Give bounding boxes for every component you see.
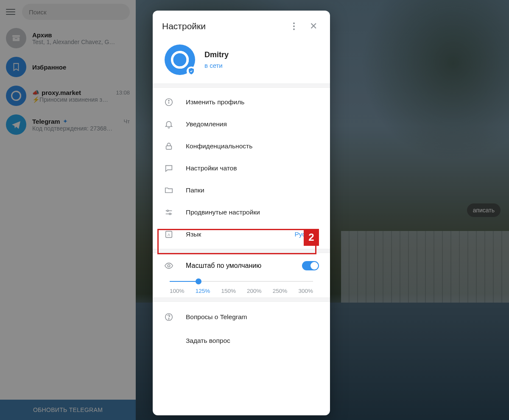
scale-ticks: 100% 125% 150% 200% 250% 300% xyxy=(170,288,313,294)
profile-status: в сети xyxy=(204,62,229,69)
svg-point-17 xyxy=(168,319,169,320)
menu-notifications[interactable]: Уведомления xyxy=(153,113,330,135)
blank-icon xyxy=(164,336,174,346)
menu-label: Уведомления xyxy=(186,120,319,128)
menu-folders[interactable]: Папки xyxy=(153,179,330,201)
menu-label: Папки xyxy=(186,186,319,194)
menu-label: Конфиденциальность xyxy=(186,142,319,150)
shield-check-icon xyxy=(187,67,196,76)
menu-label: Задать вопрос xyxy=(186,337,319,345)
close-icon: ✕ xyxy=(310,22,317,31)
menu-label: Язык xyxy=(186,231,282,238)
dots-vertical-icon xyxy=(293,22,295,30)
close-button[interactable]: ✕ xyxy=(306,19,321,33)
profile-avatar xyxy=(165,45,195,75)
modal-title: Настройки xyxy=(162,21,282,31)
svg-text:A: A xyxy=(168,233,171,237)
svg-rect-8 xyxy=(166,146,172,149)
menu-advanced[interactable]: Продвинутые настройки xyxy=(153,201,330,223)
menu-label: Изменить профиль xyxy=(186,98,319,106)
svg-point-10 xyxy=(167,210,168,212)
scale-slider[interactable]: 100% 125% 150% 200% 250% 300% xyxy=(153,275,330,298)
help-icon xyxy=(164,312,174,322)
menu-privacy[interactable]: Конфиденциальность xyxy=(153,135,330,157)
folder-icon xyxy=(164,185,174,195)
svg-point-15 xyxy=(168,264,170,267)
menu-label: Вопросы о Telegram xyxy=(186,313,319,321)
menu-chat-settings[interactable]: Настройки чатов xyxy=(153,157,330,179)
more-options-button[interactable] xyxy=(287,19,301,33)
scale-label: Масштаб по умолчанию xyxy=(186,262,290,270)
lock-icon xyxy=(164,141,174,151)
menu-label: Настройки чатов xyxy=(186,164,319,172)
info-icon xyxy=(164,97,174,107)
eye-icon xyxy=(164,261,174,271)
menu-faq[interactable]: Вопросы о Telegram xyxy=(153,305,330,329)
annotation-number-badge: 2 xyxy=(304,229,319,246)
menu-label: Продвинутые настройки xyxy=(186,209,319,216)
chat-icon xyxy=(164,163,174,173)
settings-modal: Настройки ✕ Dmitry в сети Изменить профи… xyxy=(153,11,330,415)
menu-ask-question[interactable]: Задать вопрос xyxy=(153,329,330,353)
profile-name: Dmitry xyxy=(204,50,229,59)
bell-icon xyxy=(164,119,174,129)
svg-point-12 xyxy=(169,213,171,215)
profile-summary[interactable]: Dmitry в сети xyxy=(153,37,330,83)
svg-point-7 xyxy=(168,100,169,101)
language-icon: A xyxy=(164,229,174,239)
sliders-icon xyxy=(164,207,174,217)
menu-edit-profile[interactable]: Изменить профиль xyxy=(153,91,330,113)
default-scale-toggle[interactable] xyxy=(302,261,319,270)
